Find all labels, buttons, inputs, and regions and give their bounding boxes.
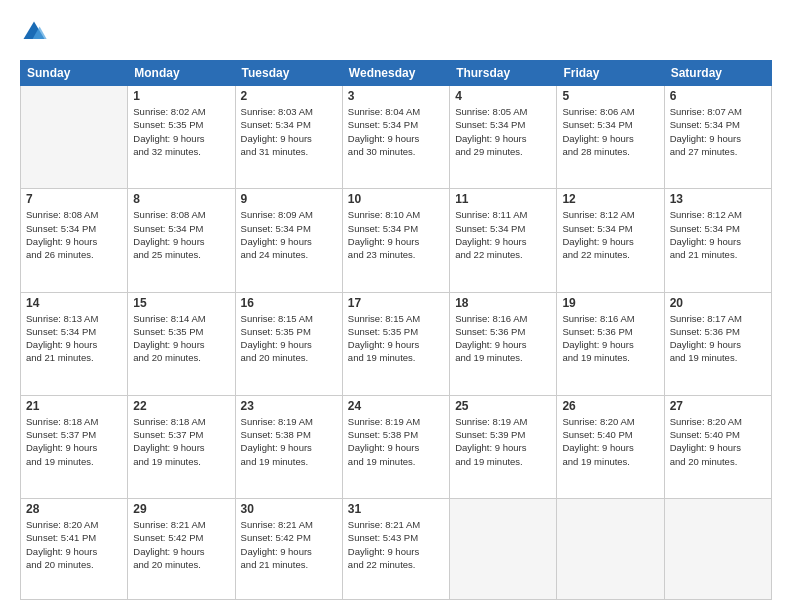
day-number: 16 (241, 296, 337, 310)
weekday-friday: Friday (557, 61, 664, 86)
day-number: 19 (562, 296, 658, 310)
calendar-cell: 19Sunrise: 8:16 AM Sunset: 5:36 PM Dayli… (557, 292, 664, 395)
day-number: 13 (670, 192, 766, 206)
day-number: 27 (670, 399, 766, 413)
day-info: Sunrise: 8:17 AM Sunset: 5:36 PM Dayligh… (670, 312, 766, 365)
calendar-cell: 6Sunrise: 8:07 AM Sunset: 5:34 PM Daylig… (664, 86, 771, 189)
day-number: 24 (348, 399, 444, 413)
calendar-cell: 27Sunrise: 8:20 AM Sunset: 5:40 PM Dayli… (664, 395, 771, 498)
day-number: 6 (670, 89, 766, 103)
day-info: Sunrise: 8:15 AM Sunset: 5:35 PM Dayligh… (241, 312, 337, 365)
day-number: 7 (26, 192, 122, 206)
calendar-cell: 21Sunrise: 8:18 AM Sunset: 5:37 PM Dayli… (21, 395, 128, 498)
calendar-cell: 8Sunrise: 8:08 AM Sunset: 5:34 PM Daylig… (128, 189, 235, 292)
weekday-monday: Monday (128, 61, 235, 86)
day-info: Sunrise: 8:06 AM Sunset: 5:34 PM Dayligh… (562, 105, 658, 158)
calendar-cell: 9Sunrise: 8:09 AM Sunset: 5:34 PM Daylig… (235, 189, 342, 292)
week-row-3: 14Sunrise: 8:13 AM Sunset: 5:34 PM Dayli… (21, 292, 772, 395)
calendar-cell: 5Sunrise: 8:06 AM Sunset: 5:34 PM Daylig… (557, 86, 664, 189)
week-row-2: 7Sunrise: 8:08 AM Sunset: 5:34 PM Daylig… (21, 189, 772, 292)
day-number: 23 (241, 399, 337, 413)
day-number: 28 (26, 502, 122, 516)
day-number: 4 (455, 89, 551, 103)
day-number: 26 (562, 399, 658, 413)
day-info: Sunrise: 8:12 AM Sunset: 5:34 PM Dayligh… (670, 208, 766, 261)
day-number: 8 (133, 192, 229, 206)
day-number: 15 (133, 296, 229, 310)
calendar-cell: 24Sunrise: 8:19 AM Sunset: 5:38 PM Dayli… (342, 395, 449, 498)
day-info: Sunrise: 8:02 AM Sunset: 5:35 PM Dayligh… (133, 105, 229, 158)
calendar-cell: 14Sunrise: 8:13 AM Sunset: 5:34 PM Dayli… (21, 292, 128, 395)
calendar-cell (664, 499, 771, 600)
day-number: 30 (241, 502, 337, 516)
day-info: Sunrise: 8:16 AM Sunset: 5:36 PM Dayligh… (562, 312, 658, 365)
day-info: Sunrise: 8:18 AM Sunset: 5:37 PM Dayligh… (133, 415, 229, 468)
day-info: Sunrise: 8:19 AM Sunset: 5:39 PM Dayligh… (455, 415, 551, 468)
day-number: 25 (455, 399, 551, 413)
day-info: Sunrise: 8:15 AM Sunset: 5:35 PM Dayligh… (348, 312, 444, 365)
calendar-cell: 2Sunrise: 8:03 AM Sunset: 5:34 PM Daylig… (235, 86, 342, 189)
day-info: Sunrise: 8:07 AM Sunset: 5:34 PM Dayligh… (670, 105, 766, 158)
day-info: Sunrise: 8:13 AM Sunset: 5:34 PM Dayligh… (26, 312, 122, 365)
day-info: Sunrise: 8:20 AM Sunset: 5:41 PM Dayligh… (26, 518, 122, 571)
weekday-thursday: Thursday (450, 61, 557, 86)
calendar-cell: 28Sunrise: 8:20 AM Sunset: 5:41 PM Dayli… (21, 499, 128, 600)
calendar-cell: 26Sunrise: 8:20 AM Sunset: 5:40 PM Dayli… (557, 395, 664, 498)
calendar-cell: 29Sunrise: 8:21 AM Sunset: 5:42 PM Dayli… (128, 499, 235, 600)
weekday-sunday: Sunday (21, 61, 128, 86)
day-number: 9 (241, 192, 337, 206)
calendar-cell: 3Sunrise: 8:04 AM Sunset: 5:34 PM Daylig… (342, 86, 449, 189)
day-info: Sunrise: 8:09 AM Sunset: 5:34 PM Dayligh… (241, 208, 337, 261)
calendar-cell: 30Sunrise: 8:21 AM Sunset: 5:42 PM Dayli… (235, 499, 342, 600)
weekday-saturday: Saturday (664, 61, 771, 86)
calendar-cell: 4Sunrise: 8:05 AM Sunset: 5:34 PM Daylig… (450, 86, 557, 189)
day-info: Sunrise: 8:12 AM Sunset: 5:34 PM Dayligh… (562, 208, 658, 261)
calendar-cell: 18Sunrise: 8:16 AM Sunset: 5:36 PM Dayli… (450, 292, 557, 395)
week-row-5: 28Sunrise: 8:20 AM Sunset: 5:41 PM Dayli… (21, 499, 772, 600)
day-number: 11 (455, 192, 551, 206)
page: SundayMondayTuesdayWednesdayThursdayFrid… (0, 0, 792, 612)
calendar-cell: 11Sunrise: 8:11 AM Sunset: 5:34 PM Dayli… (450, 189, 557, 292)
calendar-cell: 31Sunrise: 8:21 AM Sunset: 5:43 PM Dayli… (342, 499, 449, 600)
day-number: 12 (562, 192, 658, 206)
day-number: 14 (26, 296, 122, 310)
calendar-cell: 15Sunrise: 8:14 AM Sunset: 5:35 PM Dayli… (128, 292, 235, 395)
calendar-cell: 23Sunrise: 8:19 AM Sunset: 5:38 PM Dayli… (235, 395, 342, 498)
day-info: Sunrise: 8:14 AM Sunset: 5:35 PM Dayligh… (133, 312, 229, 365)
day-info: Sunrise: 8:21 AM Sunset: 5:43 PM Dayligh… (348, 518, 444, 571)
week-row-4: 21Sunrise: 8:18 AM Sunset: 5:37 PM Dayli… (21, 395, 772, 498)
day-number: 29 (133, 502, 229, 516)
weekday-header-row: SundayMondayTuesdayWednesdayThursdayFrid… (21, 61, 772, 86)
calendar-cell (21, 86, 128, 189)
day-number: 2 (241, 89, 337, 103)
day-info: Sunrise: 8:03 AM Sunset: 5:34 PM Dayligh… (241, 105, 337, 158)
calendar-cell: 17Sunrise: 8:15 AM Sunset: 5:35 PM Dayli… (342, 292, 449, 395)
day-info: Sunrise: 8:19 AM Sunset: 5:38 PM Dayligh… (241, 415, 337, 468)
day-number: 5 (562, 89, 658, 103)
calendar-cell: 10Sunrise: 8:10 AM Sunset: 5:34 PM Dayli… (342, 189, 449, 292)
calendar-cell: 7Sunrise: 8:08 AM Sunset: 5:34 PM Daylig… (21, 189, 128, 292)
header (20, 18, 772, 46)
day-number: 21 (26, 399, 122, 413)
day-info: Sunrise: 8:08 AM Sunset: 5:34 PM Dayligh… (133, 208, 229, 261)
day-info: Sunrise: 8:20 AM Sunset: 5:40 PM Dayligh… (562, 415, 658, 468)
day-info: Sunrise: 8:08 AM Sunset: 5:34 PM Dayligh… (26, 208, 122, 261)
day-info: Sunrise: 8:18 AM Sunset: 5:37 PM Dayligh… (26, 415, 122, 468)
day-number: 17 (348, 296, 444, 310)
day-number: 10 (348, 192, 444, 206)
day-info: Sunrise: 8:04 AM Sunset: 5:34 PM Dayligh… (348, 105, 444, 158)
day-number: 1 (133, 89, 229, 103)
calendar-cell: 22Sunrise: 8:18 AM Sunset: 5:37 PM Dayli… (128, 395, 235, 498)
calendar-cell: 16Sunrise: 8:15 AM Sunset: 5:35 PM Dayli… (235, 292, 342, 395)
day-info: Sunrise: 8:21 AM Sunset: 5:42 PM Dayligh… (133, 518, 229, 571)
week-row-1: 1Sunrise: 8:02 AM Sunset: 5:35 PM Daylig… (21, 86, 772, 189)
day-info: Sunrise: 8:21 AM Sunset: 5:42 PM Dayligh… (241, 518, 337, 571)
day-info: Sunrise: 8:16 AM Sunset: 5:36 PM Dayligh… (455, 312, 551, 365)
weekday-tuesday: Tuesday (235, 61, 342, 86)
day-number: 3 (348, 89, 444, 103)
calendar-cell: 25Sunrise: 8:19 AM Sunset: 5:39 PM Dayli… (450, 395, 557, 498)
calendar-cell: 12Sunrise: 8:12 AM Sunset: 5:34 PM Dayli… (557, 189, 664, 292)
calendar-cell (557, 499, 664, 600)
day-info: Sunrise: 8:05 AM Sunset: 5:34 PM Dayligh… (455, 105, 551, 158)
calendar-cell (450, 499, 557, 600)
